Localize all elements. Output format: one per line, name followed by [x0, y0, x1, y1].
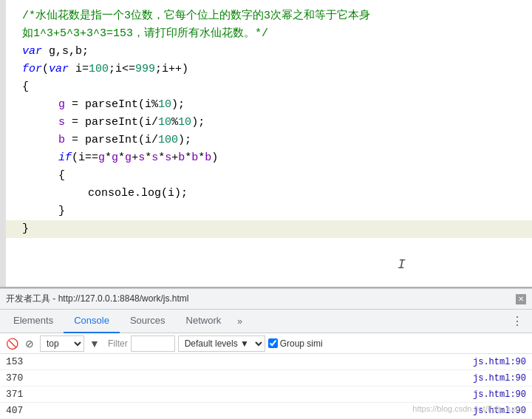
- console-clear-icon[interactable]: 🚫: [4, 336, 19, 351]
- comment-line-1: /*水仙花数是指一个3位数，它每个位上的数字的3次幂之和等于它本身: [22, 7, 532, 25]
- console-value-0: 153: [6, 356, 473, 367]
- code-line-12: }: [0, 202, 532, 220]
- code-line-8: b = parseInt(i/100);: [0, 132, 532, 149]
- devtools-panel: 开发者工具 - http://127.0.0.1:8848/work/js.ht…: [0, 288, 532, 419]
- devtools-title: 开发者工具 - http://127.0.0.1:8848/work/js.ht…: [6, 293, 516, 305]
- code-line-1: /*水仙花数是指一个3位数，它每个位上的数字的3次幂之和等于它本身: [0, 7, 532, 25]
- context-selector[interactable]: top: [40, 335, 84, 352]
- console-row-2: 371 js.html:90: [0, 386, 532, 403]
- code-line-7: s = parseInt(i/10%10);: [0, 114, 532, 132]
- line7: s = parseInt(i/10%10);: [22, 114, 532, 132]
- code-line-4: for(var i=100;i<=999;i++): [0, 61, 532, 78]
- comment-line-2: 如1^3+5^3+3^3=153，请打印所有水仙花数。*/: [22, 25, 532, 43]
- code-line-3: var g,s,b;: [0, 43, 532, 61]
- filter-input[interactable]: [131, 335, 175, 352]
- tab-sources[interactable]: Sources: [120, 310, 176, 333]
- code-gutter: [0, 0, 6, 287]
- code-line-9: if(i==g*g*g+s*s*s+b*b*b): [0, 149, 532, 167]
- context-expand-icon[interactable]: ▼: [87, 336, 102, 351]
- filter-label: Filter: [108, 338, 128, 349]
- text-cursor: I: [398, 257, 399, 270]
- devtools-title-bar: 开发者工具 - http://127.0.0.1:8848/work/js.ht…: [0, 289, 532, 310]
- line10: {: [22, 167, 532, 185]
- line3: var g,s,b;: [22, 43, 532, 61]
- devtools-menu-button[interactable]: ⋮: [505, 314, 529, 328]
- tab-console[interactable]: Console: [64, 310, 120, 333]
- line12: }: [22, 202, 532, 220]
- line13: }: [22, 220, 532, 238]
- line5: {: [22, 78, 532, 96]
- devtools-close-button[interactable]: ✕: [516, 294, 526, 304]
- code-line-10: {: [0, 167, 532, 185]
- devtools-toolbar: 🚫 ⊘ top ▼ Filter Default levels ▼ Group …: [0, 333, 532, 354]
- tab-elements[interactable]: Elements: [3, 310, 64, 333]
- watermark: https://blog.csdn.net/Feb_ruary: [412, 404, 525, 413]
- console-source-2[interactable]: js.html:90: [473, 389, 526, 400]
- tab-more-button[interactable]: »: [231, 313, 248, 330]
- group-similar-checkbox[interactable]: [268, 338, 278, 348]
- code-line-2: 如1^3+5^3+3^3=153，请打印所有水仙花数。*/: [0, 25, 532, 43]
- console-row-1: 370 js.html:90: [0, 370, 532, 386]
- code-line-5: {: [0, 78, 532, 96]
- console-source-0[interactable]: js.html:90: [473, 357, 526, 367]
- console-value-3: 407: [6, 405, 473, 416]
- console-value-2: 371: [6, 389, 473, 400]
- code-line-13: }: [0, 220, 532, 238]
- group-similar-label: Group simi: [280, 338, 323, 349]
- console-filter-icon[interactable]: ⊘: [22, 336, 37, 351]
- console-source-1[interactable]: js.html:90: [473, 373, 526, 384]
- line4: for(var i=100;i<=999;i++): [22, 61, 532, 78]
- tab-network[interactable]: Network: [176, 310, 232, 333]
- code-line-6: g = parseInt(i%10);: [0, 96, 532, 114]
- code-line-11: console.log(i);: [0, 185, 532, 202]
- line8: b = parseInt(i/100);: [22, 132, 532, 149]
- line11: console.log(i);: [22, 185, 532, 202]
- line9: if(i==g*g*g+s*s*s+b*b*b): [22, 149, 532, 167]
- line6: g = parseInt(i%10);: [22, 96, 532, 114]
- console-row-0: 153 js.html:90: [0, 354, 532, 370]
- code-editor: /*水仙花数是指一个3位数，它每个位上的数字的3次幂之和等于它本身 如1^3+5…: [0, 0, 532, 288]
- devtools-tabs: Elements Console Sources Network » ⋮: [0, 310, 532, 333]
- console-value-1: 370: [6, 372, 473, 384]
- console-output: 153 js.html:90 370 js.html:90 371 js.htm…: [0, 354, 532, 419]
- group-similar-checkbox-group: Group simi: [268, 338, 323, 349]
- levels-selector[interactable]: Default levels ▼: [178, 335, 265, 352]
